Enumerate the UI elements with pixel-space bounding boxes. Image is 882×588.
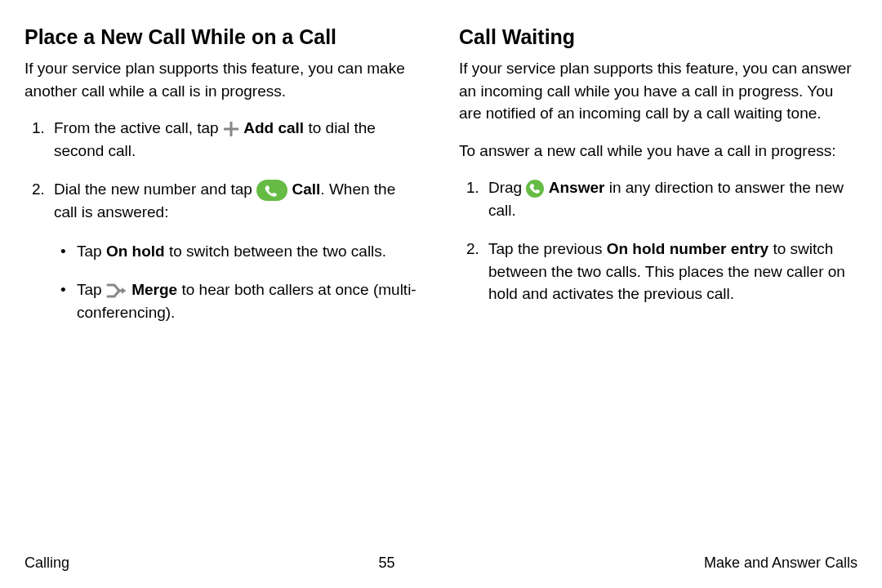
left-column: Place a New Call While on a Call If your… [24,24,423,340]
answer-phone-icon [526,180,544,198]
step-2-text-a: Dial the new number and tap [54,180,256,198]
steps-list: From the active call, tap Add call to di… [24,117,423,323]
substep-1-bold: On hold [106,243,165,260]
heading-place-new-call: Place a New Call While on a Call [24,24,423,49]
substep-2-text-c: to hear both callers at once (multi-conf… [77,281,416,321]
lead-paragraph: To answer a new call while you have a ca… [459,140,858,163]
heading-call-waiting: Call Waiting [459,24,858,49]
svg-rect-2 [256,180,287,201]
step-2-bold: Call [292,180,321,198]
phone-icon [256,180,287,201]
page-footer: Calling 55 Make and Answer Calls [24,546,858,572]
content-columns: Place a New Call While on a Call If your… [24,24,858,340]
step-1-text-a: From the active call, tap [54,119,223,136]
substep-2-bold: Merge [131,281,177,298]
svg-rect-1 [224,128,238,131]
plus-icon [223,121,239,137]
footer-right: Make and Answer Calls [704,555,858,572]
steps-list-right: Drag Answer in any direction to answer t… [459,176,858,305]
merge-icon [106,282,127,300]
step-r2: Tap the previous On hold number entry to… [483,238,858,305]
intro-paragraph-right: If your service plan supports this featu… [459,57,858,125]
page-number: 55 [378,555,394,572]
substep-2: Tap Merge to hear both callers at once (… [60,278,423,323]
step-r1-bold: Answer [549,179,605,196]
substep-1-text-a: Tap [77,243,106,260]
substep-2-text-a: Tap [77,281,106,298]
intro-paragraph: If your service plan supports this featu… [24,57,423,102]
step-1: From the active call, tap Add call to di… [49,117,423,162]
substep-1: Tap On hold to switch between the two ca… [60,240,423,263]
step-1-bold: Add call [243,119,304,136]
right-column: Call Waiting If your service plan suppor… [459,24,858,340]
step-r2-text-a: Tap the previous [488,240,607,257]
step-r1-text-a: Drag [488,179,526,196]
step-r2-bold: On hold number entry [607,240,768,257]
substeps-list: Tap On hold to switch between the two ca… [54,240,423,324]
svg-point-3 [526,180,544,198]
step-2: Dial the new number and tap Call. When t… [49,178,423,323]
footer-left: Calling [24,555,69,572]
step-r1: Drag Answer in any direction to answer t… [483,176,858,221]
substep-1-text-c: to switch between the two calls. [165,243,386,260]
